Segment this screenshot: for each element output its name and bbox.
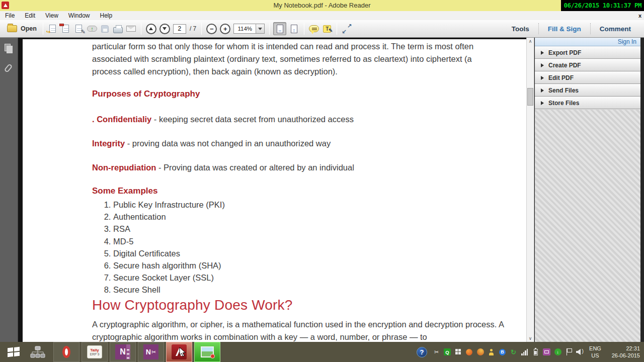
start-button[interactable] xyxy=(3,344,24,360)
taskbar-onenote-button[interactable]: N xyxy=(110,342,136,362)
comment-bubble-button[interactable] xyxy=(308,23,319,35)
network-places-icon[interactable] xyxy=(30,346,45,358)
q-app-tray-icon[interactable]: Q xyxy=(444,348,451,355)
taskbar-opera-button[interactable] xyxy=(53,342,79,362)
highlight-icon: T✎ xyxy=(323,25,331,33)
page-total: / 7 xyxy=(190,25,196,32)
save-button[interactable] xyxy=(100,23,111,35)
list-item: Secure Shell xyxy=(113,284,517,296)
zoom-level-value: 114% xyxy=(234,24,256,33)
definition-confidentiality: . Confidentialiy - keeping secret data s… xyxy=(92,113,517,126)
zoom-dropdown-button[interactable] xyxy=(256,24,264,33)
previous-page-button[interactable] xyxy=(146,24,156,34)
page-number-input[interactable] xyxy=(173,24,186,34)
definition-nonrepudiation: Non-repudiation - Proving data was creat… xyxy=(92,161,517,174)
cloud-upload-button[interactable]: ↑ xyxy=(87,23,98,35)
menu-window[interactable]: Window xyxy=(63,11,95,20)
create-pdf-button[interactable] xyxy=(60,23,71,35)
definition-text: - keeping secret data secret from unauth… xyxy=(151,115,354,124)
sign-in-link[interactable]: Sign In xyxy=(535,38,640,46)
tally-erp9-icon: Tally ERP 9 xyxy=(87,345,102,358)
onenote-clipper-icon: N✂ xyxy=(143,344,158,359)
highlight-text-button[interactable]: T✎ xyxy=(321,23,333,35)
window-title: My Notebook.pdf - Adobe Reader xyxy=(0,0,644,11)
share-document-button[interactable]: ↪ xyxy=(47,23,58,35)
taskbar-onenote-clipper-button[interactable]: N✂ xyxy=(138,342,164,362)
sync-icon[interactable]: ↻ xyxy=(510,348,517,356)
triangle-right-icon xyxy=(541,63,544,67)
menu-help[interactable]: Help xyxy=(95,11,118,20)
menu-edit[interactable]: Edit xyxy=(20,11,40,20)
windows-tray-icon[interactable] xyxy=(454,348,462,356)
zoom-level-select[interactable]: 114% xyxy=(233,24,265,34)
print-icon xyxy=(113,27,123,33)
list-item: Secure hash algorithm (SHA) xyxy=(113,259,517,272)
notification-tray-icon[interactable] xyxy=(465,348,473,356)
page-thumbnails-icon[interactable] xyxy=(5,44,13,54)
attachments-paperclip-icon[interactable] xyxy=(4,63,13,73)
open-folder-icon xyxy=(7,25,17,32)
onenote-clip-tray-icon[interactable]: ✂ xyxy=(433,348,440,356)
examples-list: Public Key Infrastructure (PKI) Authenti… xyxy=(92,199,517,296)
panel-empty-area xyxy=(535,110,640,342)
panel-item-export-pdf[interactable]: Export PDF xyxy=(535,46,640,59)
list-item: MD-5 xyxy=(113,235,517,247)
panel-item-store-files[interactable]: Store Files xyxy=(535,97,640,109)
fit-page-button[interactable]: ↕ xyxy=(287,22,300,35)
battery-icon[interactable] xyxy=(532,348,539,356)
list-item: Public Key Infrastructure (PKI) xyxy=(113,199,517,211)
up-arrow-icon xyxy=(149,27,153,30)
scrollbar-thumb[interactable] xyxy=(527,88,533,106)
taskbar-tally-button[interactable]: Tally ERP 9 xyxy=(82,342,108,362)
greenshot-icon xyxy=(201,346,214,357)
fullscreen-button[interactable]: ↗↙ xyxy=(341,23,352,35)
triangle-right-icon xyxy=(541,76,544,80)
fill-sign-panel-button[interactable]: Fill & Sign xyxy=(539,25,590,33)
triangle-right-icon xyxy=(541,51,544,55)
email-button[interactable] xyxy=(126,23,137,35)
windows-logo-icon xyxy=(8,346,20,357)
next-page-button[interactable] xyxy=(159,24,170,34)
onenote-icon: N xyxy=(115,344,130,359)
definition-term: Non-repudiation xyxy=(92,163,156,172)
panel-item-send-files[interactable]: Send Files xyxy=(535,84,640,97)
network-signal-icon[interactable] xyxy=(521,348,528,356)
tools-panel-button[interactable]: Tools xyxy=(503,25,538,33)
close-button[interactable]: x xyxy=(638,11,641,20)
browser-tray-icon[interactable] xyxy=(476,348,484,356)
scroll-down-icon[interactable]: ∨ xyxy=(527,335,534,342)
fit-width-button[interactable]: ↔ xyxy=(273,22,286,35)
zoom-in-button[interactable]: + xyxy=(220,24,230,34)
pdf-page[interactable]: particular form so that only those for w… xyxy=(23,39,526,342)
print-button[interactable] xyxy=(113,23,124,35)
open-button[interactable]: Open xyxy=(4,24,40,33)
open-label: Open xyxy=(21,25,37,32)
download-manager-icon[interactable]: ↓ xyxy=(554,348,561,356)
screen-share-icon[interactable] xyxy=(543,348,550,356)
taskbar-greenshot-button[interactable] xyxy=(194,342,220,362)
vertical-scrollbar[interactable]: ∧ ∨ xyxy=(526,38,534,342)
fullscreen-icon: ↗↙ xyxy=(341,23,352,34)
volume-icon[interactable]: ) xyxy=(576,348,584,356)
definition-term: . Confidentialiy xyxy=(92,115,151,124)
panel-item-edit-pdf[interactable]: Edit PDF xyxy=(535,71,640,84)
menu-view[interactable]: View xyxy=(40,11,63,20)
bluetooth-icon[interactable]: B xyxy=(499,348,506,356)
list-item: Digital Certificates xyxy=(113,247,517,259)
taskbar-clock[interactable]: 22:31 26-06-2015 xyxy=(606,345,640,359)
action-flag-icon[interactable] xyxy=(565,348,573,356)
comment-panel-button[interactable]: Comment xyxy=(591,25,640,33)
sign-document-button[interactable]: ✎ xyxy=(73,23,85,35)
scroll-up-icon[interactable]: ∧ xyxy=(527,38,534,45)
bottom-paragraph: A cryptographic algorithm, or cipher, is… xyxy=(92,318,517,342)
mouse-cursor xyxy=(179,347,187,357)
user-tray-icon[interactable] xyxy=(488,348,495,356)
email-icon xyxy=(126,26,136,32)
help-icon[interactable]: ? xyxy=(417,347,427,357)
zoom-out-button[interactable]: − xyxy=(206,24,217,34)
list-item: RSA xyxy=(113,223,517,235)
fit-page-icon: ↕ xyxy=(291,25,297,33)
language-indicator[interactable]: ENG US xyxy=(586,345,605,359)
menu-file[interactable]: File xyxy=(0,11,20,20)
panel-item-create-pdf[interactable]: Create PDF xyxy=(535,59,640,71)
